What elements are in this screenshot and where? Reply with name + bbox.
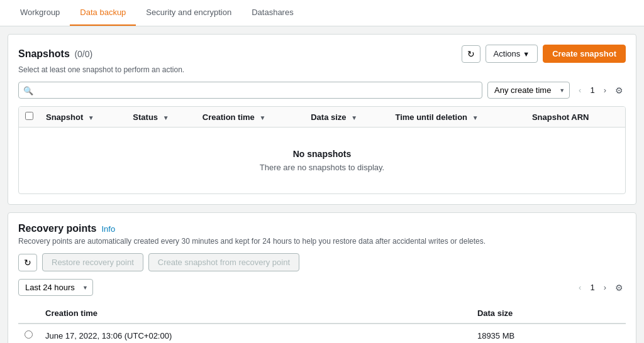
recovery-table-row: June 17, 2022, 13:06 (UTC+02:00) 18935 M…: [18, 324, 626, 343]
sort-icon-data-size: ▼: [351, 114, 357, 121]
sort-icon-snapshot: ▼: [88, 114, 94, 121]
snapshots-empty-row: No snapshots There are no snapshots to d…: [19, 128, 625, 194]
sort-icon-status: ▼: [163, 114, 169, 121]
recovery-row-data-size: 18935 MB: [471, 324, 626, 343]
actions-dropdown-button[interactable]: Actions ▼: [486, 45, 538, 63]
recovery-refresh-icon: ↻: [24, 258, 31, 268]
recovery-pagination: ‹ 1 › ⚙: [575, 280, 626, 295]
select-all-checkbox[interactable]: [25, 112, 33, 120]
col-time-until-deletion: Time until deletion ▼: [389, 107, 526, 128]
tab-bar: Workgroup Data backup Security and encry…: [0, 0, 644, 26]
recovery-points-subtitle: Recovery points are automatically create…: [18, 237, 626, 246]
recovery-refresh-button[interactable]: ↻: [18, 254, 37, 271]
recovery-points-title-row: Recovery points Info: [18, 223, 626, 234]
snapshots-title: Snapshots: [18, 48, 70, 59]
snapshots-empty-title: No snapshots: [40, 149, 604, 159]
recovery-actions-row: ↻ Restore recovery point Create snapshot…: [18, 253, 626, 271]
recovery-points-section: Recovery points Info Recovery points are…: [8, 212, 636, 343]
snapshots-table: Snapshot ▼ Status ▼ Creation time ▼ Da: [19, 107, 625, 193]
col-data-size: Data size ▼: [304, 107, 389, 128]
time-filter-wrapper: Last 24 hours: [18, 279, 93, 296]
snapshots-title-area: Snapshots (0/0): [18, 48, 92, 60]
recovery-next-button[interactable]: ›: [600, 280, 610, 295]
snapshots-count: (0/0): [74, 49, 92, 59]
snapshots-settings-button[interactable]: ⚙: [613, 83, 626, 98]
create-snapshot-button[interactable]: Create snapshot: [543, 45, 626, 63]
tab-datashares[interactable]: Datashares: [242, 0, 303, 26]
recovery-settings-button[interactable]: ⚙: [613, 280, 626, 295]
recovery-prev-button[interactable]: ‹: [575, 280, 585, 295]
snapshots-filter-row: 🔍 Any create time ‹ 1 › ⚙: [18, 82, 626, 99]
snapshots-page-number: 1: [587, 85, 597, 95]
tab-data-backup[interactable]: Data backup: [70, 0, 136, 26]
snapshots-next-button[interactable]: ›: [600, 83, 610, 97]
snapshots-prev-button[interactable]: ‹: [575, 83, 585, 97]
col-recovery-data-size: Data size: [471, 303, 626, 324]
recovery-table: Creation time Data size June 17, 2022, 1…: [18, 303, 626, 343]
col-status: Status ▼: [126, 107, 196, 128]
snapshots-subtitle: Select at least one snapshot to perform …: [18, 65, 626, 74]
snapshots-header: Snapshots (0/0) ↻ Actions ▼ Create snaps…: [18, 45, 626, 63]
create-time-filter-select[interactable]: Any create time: [487, 82, 570, 99]
snapshots-actions: ↻ Actions ▼ Create snapshot: [462, 45, 626, 63]
col-snapshot: Snapshot ▼: [40, 107, 126, 128]
create-time-filter-wrapper: Any create time: [487, 82, 570, 99]
snapshots-section: Snapshots (0/0) ↻ Actions ▼ Create snaps…: [8, 34, 636, 205]
col-recovery-creation-time: Creation time: [39, 303, 471, 324]
snapshots-pagination: ‹ 1 › ⚙: [575, 83, 626, 98]
actions-chevron-icon: ▼: [523, 50, 530, 58]
recovery-points-title: Recovery points: [18, 223, 96, 234]
snapshots-table-wrapper: Snapshot ▼ Status ▼ Creation time ▼ Da: [18, 106, 626, 194]
recovery-table-body: June 17, 2022, 13:06 (UTC+02:00) 18935 M…: [18, 324, 626, 343]
search-icon: 🔍: [23, 85, 33, 95]
search-wrapper: 🔍: [18, 82, 482, 99]
recovery-page-number: 1: [587, 283, 597, 292]
sort-icon-time-until-deletion: ▼: [472, 114, 479, 121]
recovery-points-info-link[interactable]: Info: [101, 224, 115, 234]
recovery-row-radio-0[interactable]: [25, 330, 33, 339]
snapshots-empty-state: No snapshots There are no snapshots to d…: [25, 134, 619, 187]
tab-security[interactable]: Security and encryption: [136, 0, 242, 26]
snapshots-table-head: Snapshot ▼ Status ▼ Creation time ▼ Da: [19, 107, 625, 128]
col-radio-spacer: [18, 303, 39, 324]
create-snapshot-from-recovery-button[interactable]: Create snapshot from recovery point: [148, 253, 299, 271]
col-creation-time: Creation time ▼: [196, 107, 304, 128]
sort-icon-creation-time: ▼: [259, 114, 265, 121]
snapshots-refresh-button[interactable]: ↻: [462, 45, 480, 63]
actions-label: Actions: [494, 49, 521, 58]
snapshots-table-body: No snapshots There are no snapshots to d…: [19, 128, 625, 194]
tab-workgroup[interactable]: Workgroup: [10, 0, 70, 26]
snapshots-search-input[interactable]: [18, 82, 482, 99]
snapshots-empty-subtitle: There are no snapshots to display.: [40, 163, 604, 172]
recovery-row-creation-time: June 17, 2022, 13:06 (UTC+02:00): [39, 324, 471, 343]
recovery-time-filter-row: Last 24 hours ‹ 1 › ⚙: [18, 279, 626, 296]
recovery-row-radio-cell: [18, 324, 39, 343]
time-filter-select[interactable]: Last 24 hours: [18, 279, 93, 296]
restore-recovery-point-button[interactable]: Restore recovery point: [42, 253, 143, 271]
col-snapshot-arn: Snapshot ARN: [526, 107, 625, 128]
col-checkbox: [19, 107, 40, 128]
recovery-table-head: Creation time Data size: [18, 303, 626, 324]
refresh-icon: ↻: [467, 49, 475, 59]
